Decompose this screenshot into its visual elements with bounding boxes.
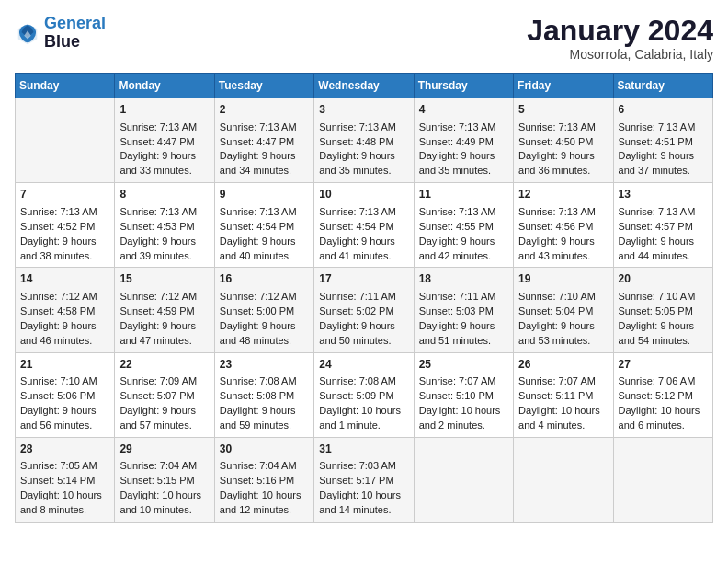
week-row-5: 28Sunrise: 7:05 AMSunset: 5:14 PMDayligh… <box>16 437 713 522</box>
day-number: 7 <box>20 187 109 202</box>
day-number: 28 <box>20 442 109 457</box>
sunrise-text: Sunrise: 7:11 AM <box>419 291 496 302</box>
sunset-text: Sunset: 4:47 PM <box>119 136 194 147</box>
sunset-text: Sunset: 5:15 PM <box>119 475 194 486</box>
day-number: 25 <box>419 357 508 373</box>
calendar-cell: 19Sunrise: 7:10 AMSunset: 5:04 PMDayligh… <box>514 268 613 352</box>
calendar-cell: 22Sunrise: 7:09 AMSunset: 5:07 PMDayligh… <box>115 352 214 437</box>
column-header-sunday: Sunday <box>16 74 115 98</box>
calendar-cell: 8Sunrise: 7:13 AMSunset: 4:53 PMDaylight… <box>115 183 214 268</box>
daylight-text: Daylight: 9 hours and 44 minutes. <box>619 236 695 261</box>
calendar-cell: 21Sunrise: 7:10 AMSunset: 5:06 PMDayligh… <box>16 352 115 437</box>
calendar-cell: 31Sunrise: 7:03 AMSunset: 5:17 PMDayligh… <box>314 437 414 522</box>
calendar-cell: 6Sunrise: 7:13 AMSunset: 4:51 PMDaylight… <box>613 98 712 183</box>
sunrise-text: Sunrise: 7:10 AM <box>619 291 696 302</box>
calendar-cell: 27Sunrise: 7:06 AMSunset: 5:12 PMDayligh… <box>613 352 712 437</box>
day-number: 8 <box>119 187 209 202</box>
calendar-cell: 12Sunrise: 7:13 AMSunset: 4:56 PMDayligh… <box>514 183 613 268</box>
day-number: 19 <box>518 271 608 287</box>
daylight-text: Daylight: 10 hours and 10 minutes. <box>119 489 201 515</box>
sunrise-text: Sunrise: 7:13 AM <box>319 206 396 217</box>
daylight-text: Daylight: 9 hours and 33 minutes. <box>119 150 196 176</box>
daylight-text: Daylight: 9 hours and 38 minutes. <box>20 236 97 261</box>
sunset-text: Sunset: 4:54 PM <box>319 221 393 232</box>
sunrise-text: Sunrise: 7:13 AM <box>619 121 696 132</box>
title-block: January 2024 Mosorrofa, Calabria, Italy <box>527 15 713 62</box>
sunrise-text: Sunrise: 7:13 AM <box>419 206 496 217</box>
calendar-cell: 4Sunrise: 7:13 AMSunset: 4:49 PMDaylight… <box>414 98 513 183</box>
day-number: 12 <box>518 187 608 202</box>
day-number: 9 <box>220 187 309 202</box>
logo: General Blue <box>15 15 106 52</box>
daylight-text: Daylight: 10 hours and 14 minutes. <box>319 489 401 515</box>
day-number: 30 <box>220 442 309 457</box>
sunset-text: Sunset: 4:49 PM <box>419 136 494 147</box>
day-number: 26 <box>518 357 608 373</box>
sunrise-text: Sunrise: 7:04 AM <box>220 460 297 471</box>
sunrise-text: Sunrise: 7:03 AM <box>319 460 396 471</box>
sunset-text: Sunset: 5:00 PM <box>220 305 294 316</box>
page-header: General Blue January 2024 Mosorrofa, Cal… <box>15 15 713 62</box>
daylight-text: Daylight: 9 hours and 53 minutes. <box>518 320 595 346</box>
sunset-text: Sunset: 5:02 PM <box>319 305 393 316</box>
sunset-text: Sunset: 4:52 PM <box>20 221 95 232</box>
calendar-cell: 16Sunrise: 7:12 AMSunset: 5:00 PMDayligh… <box>214 268 313 352</box>
sunset-text: Sunset: 5:06 PM <box>20 390 95 401</box>
sunset-text: Sunset: 5:05 PM <box>619 305 693 316</box>
sunset-text: Sunset: 4:56 PM <box>518 221 593 232</box>
logo-line1: General <box>44 14 106 32</box>
daylight-text: Daylight: 9 hours and 43 minutes. <box>518 236 595 261</box>
daylight-text: Daylight: 9 hours and 40 minutes. <box>220 236 296 261</box>
sunset-text: Sunset: 5:03 PM <box>419 305 494 316</box>
day-number: 11 <box>419 187 508 202</box>
calendar-cell: 1Sunrise: 7:13 AMSunset: 4:47 PMDaylight… <box>115 98 214 183</box>
logo-line2: Blue <box>44 33 106 52</box>
daylight-text: Daylight: 9 hours and 35 minutes. <box>419 150 495 176</box>
sunrise-text: Sunrise: 7:12 AM <box>220 291 297 302</box>
calendar-table: SundayMondayTuesdayWednesdayThursdayFrid… <box>15 73 713 523</box>
daylight-text: Daylight: 10 hours and 2 minutes. <box>419 405 501 431</box>
sunset-text: Sunset: 4:47 PM <box>220 136 294 147</box>
sunrise-text: Sunrise: 7:08 AM <box>220 375 297 386</box>
sunrise-text: Sunrise: 7:13 AM <box>518 206 596 217</box>
location: Mosorrofa, Calabria, Italy <box>527 47 713 62</box>
daylight-text: Daylight: 9 hours and 48 minutes. <box>220 320 296 346</box>
sunrise-text: Sunrise: 7:11 AM <box>319 291 396 302</box>
calendar-cell: 24Sunrise: 7:08 AMSunset: 5:09 PMDayligh… <box>314 352 414 437</box>
calendar-cell: 15Sunrise: 7:12 AMSunset: 4:59 PMDayligh… <box>115 268 214 352</box>
day-number: 15 <box>119 271 209 287</box>
sunrise-text: Sunrise: 7:13 AM <box>20 206 97 217</box>
daylight-text: Daylight: 9 hours and 35 minutes. <box>319 150 395 176</box>
calendar-cell: 26Sunrise: 7:07 AMSunset: 5:11 PMDayligh… <box>514 352 613 437</box>
sunset-text: Sunset: 5:11 PM <box>518 390 593 401</box>
column-header-saturday: Saturday <box>613 74 712 98</box>
daylight-text: Daylight: 9 hours and 41 minutes. <box>319 236 395 261</box>
sunset-text: Sunset: 5:14 PM <box>20 475 95 486</box>
sunrise-text: Sunrise: 7:09 AM <box>119 375 197 386</box>
sunrise-text: Sunrise: 7:13 AM <box>419 121 496 132</box>
calendar-cell: 13Sunrise: 7:13 AMSunset: 4:57 PMDayligh… <box>613 183 712 268</box>
day-number: 21 <box>20 357 109 373</box>
sunset-text: Sunset: 4:57 PM <box>619 221 693 232</box>
daylight-text: Daylight: 9 hours and 36 minutes. <box>518 150 595 176</box>
day-number: 31 <box>319 442 408 457</box>
calendar-cell: 9Sunrise: 7:13 AMSunset: 4:54 PMDaylight… <box>214 183 313 268</box>
calendar-cell: 23Sunrise: 7:08 AMSunset: 5:08 PMDayligh… <box>214 352 313 437</box>
sunrise-text: Sunrise: 7:07 AM <box>419 375 496 386</box>
sunrise-text: Sunrise: 7:12 AM <box>20 291 97 302</box>
sunset-text: Sunset: 5:17 PM <box>319 475 393 486</box>
sunset-text: Sunset: 4:51 PM <box>619 136 693 147</box>
sunset-text: Sunset: 5:04 PM <box>518 305 593 316</box>
daylight-text: Daylight: 10 hours and 8 minutes. <box>20 489 102 515</box>
sunset-text: Sunset: 5:10 PM <box>419 390 494 401</box>
calendar-cell: 7Sunrise: 7:13 AMSunset: 4:52 PMDaylight… <box>16 183 115 268</box>
calendar-cell: 3Sunrise: 7:13 AMSunset: 4:48 PMDaylight… <box>314 98 414 183</box>
calendar-cell <box>16 98 115 183</box>
sunset-text: Sunset: 5:07 PM <box>119 390 194 401</box>
column-header-thursday: Thursday <box>414 74 513 98</box>
month-title: January 2024 <box>527 15 713 47</box>
sunset-text: Sunset: 5:08 PM <box>220 390 294 401</box>
day-number: 16 <box>220 271 309 287</box>
daylight-text: Daylight: 10 hours and 12 minutes. <box>220 489 301 515</box>
day-number: 10 <box>319 187 408 202</box>
